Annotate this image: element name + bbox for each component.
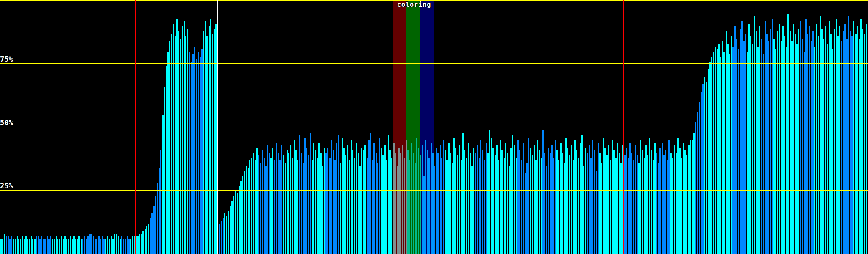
- bar: [706, 82, 707, 254]
- bar: [805, 19, 807, 254]
- bar: [318, 143, 320, 254]
- bar: [18, 239, 19, 254]
- bar: [322, 166, 323, 254]
- bar: [496, 145, 498, 254]
- bar: [150, 218, 151, 254]
- bar: [504, 158, 505, 254]
- bar: [537, 140, 538, 254]
- bar: [103, 239, 105, 254]
- bar: [68, 239, 69, 254]
- bar: [214, 29, 215, 254]
- bar: [237, 193, 238, 254]
- bar: [269, 153, 270, 254]
- bar: [75, 239, 76, 254]
- bar: [372, 160, 373, 254]
- bar: [50, 236, 51, 254]
- bar: [52, 239, 53, 254]
- bar: [571, 145, 572, 254]
- bar: [116, 234, 117, 254]
- bar: [784, 36, 785, 254]
- bar: [22, 236, 23, 254]
- bar: [379, 138, 380, 254]
- bar: [151, 213, 153, 254]
- bar: [500, 140, 501, 254]
- bar: [738, 49, 739, 254]
- bar: [697, 112, 698, 254]
- bar: [750, 36, 751, 254]
- bar: [418, 148, 419, 254]
- gridline-100: [0, 0, 868, 1]
- bar: [654, 143, 656, 254]
- bar: [633, 160, 634, 254]
- bar: [468, 143, 469, 254]
- bar: [629, 143, 631, 254]
- bar: [525, 173, 526, 254]
- bar: [834, 29, 835, 254]
- bar: [333, 150, 334, 254]
- bar: [393, 143, 395, 254]
- bar: [171, 34, 172, 254]
- bar: [722, 41, 723, 254]
- bar: [290, 145, 291, 254]
- bar: [77, 239, 78, 254]
- bar: [166, 66, 167, 254]
- bar: [686, 155, 687, 254]
- gridline-75: [0, 64, 868, 64]
- coloring-band-label: coloring: [397, 1, 431, 8]
- bar: [0, 239, 2, 254]
- bar: [287, 150, 288, 254]
- bar: [189, 52, 190, 254]
- bar: [264, 158, 265, 254]
- bar: [829, 21, 830, 254]
- bar: [78, 236, 80, 254]
- bar: [551, 145, 553, 254]
- bar: [205, 21, 206, 254]
- bar: [437, 153, 439, 254]
- bar: [741, 21, 743, 254]
- bar: [514, 145, 515, 254]
- bar: [480, 140, 481, 254]
- bar: [127, 236, 128, 254]
- bar: [492, 148, 494, 254]
- bar: [57, 239, 58, 254]
- bar: [406, 140, 407, 254]
- bar: [246, 166, 247, 254]
- bar: [184, 21, 185, 254]
- bar: [173, 24, 174, 254]
- bar: [334, 160, 336, 254]
- bar: [376, 153, 377, 254]
- bar: [736, 39, 737, 254]
- bar: [635, 145, 636, 254]
- bar: [367, 158, 368, 254]
- bar: [619, 153, 620, 254]
- bar: [587, 153, 588, 254]
- bar: [239, 186, 240, 254]
- bar: [432, 153, 434, 254]
- bar: [96, 239, 97, 254]
- bar: [684, 150, 686, 254]
- bar: [114, 234, 115, 254]
- bar: [64, 236, 66, 254]
- bar: [356, 143, 357, 254]
- bar: [495, 155, 496, 254]
- bar: [244, 171, 245, 254]
- bar: [72, 239, 73, 254]
- bar: [132, 236, 133, 254]
- red-marker-2: [623, 0, 624, 254]
- bar: [676, 153, 677, 254]
- bar: [800, 21, 801, 254]
- bar: [36, 236, 37, 254]
- usage-graph: 75% 50% 25% coloring: [0, 0, 868, 254]
- bar: [48, 239, 50, 254]
- bar: [29, 239, 30, 254]
- bar: [747, 52, 748, 254]
- bar: [779, 24, 780, 254]
- bar: [130, 239, 131, 254]
- bar: [340, 163, 341, 254]
- bar: [86, 239, 87, 254]
- bar: [843, 31, 844, 254]
- bar: [235, 190, 236, 254]
- bar: [672, 158, 673, 254]
- bar: [841, 41, 842, 254]
- bar: [446, 160, 448, 254]
